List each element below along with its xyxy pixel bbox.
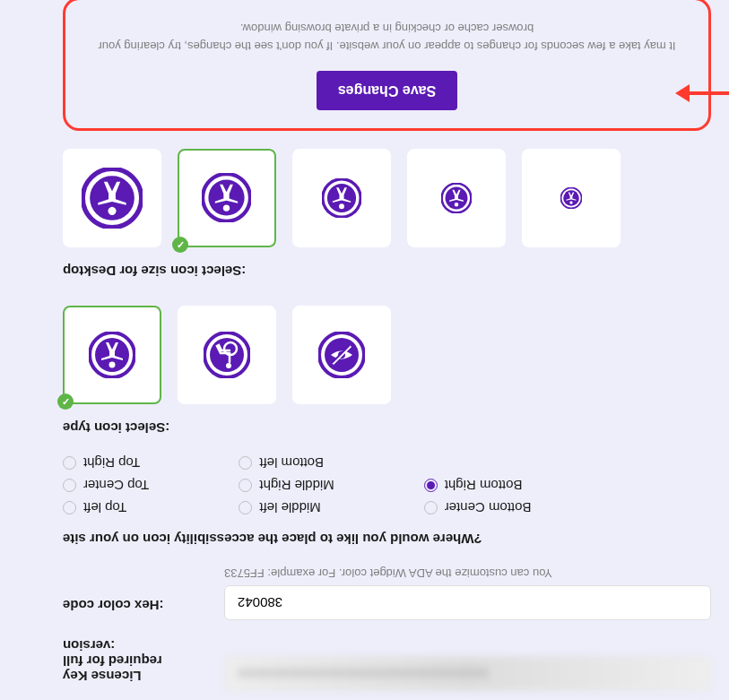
icon-type-label: Select icon type:	[63, 420, 711, 436]
radio-icon	[424, 479, 438, 492]
radio-middle-right[interactable]: Middle Right	[239, 478, 334, 493]
size-xs[interactable]	[522, 149, 621, 247]
svg-point-23	[455, 203, 459, 207]
save-changes-button[interactable]: Save Changes	[317, 71, 457, 110]
license-key-input[interactable]	[224, 656, 711, 691]
icon-type-accessibility[interactable]	[63, 306, 161, 404]
size-l[interactable]	[178, 149, 276, 247]
save-note-text: It may take a few seconds for changes to…	[82, 20, 692, 55]
radio-icon	[239, 456, 252, 470]
placement-label: Where would you like to place the access…	[63, 531, 711, 547]
icon-size-label: Select icon size for Desktop:	[63, 264, 711, 279]
hex-color-input[interactable]	[224, 585, 711, 620]
radio-icon	[63, 501, 76, 514]
eye-slash-icon	[318, 332, 365, 378]
save-section: Save Changes It may take a few seconds f…	[63, 0, 711, 131]
radio-bottom-center[interactable]: Bottom Center	[424, 500, 532, 515]
size-xl[interactable]	[63, 149, 161, 247]
radio-bottom-left[interactable]: Bottom left	[239, 455, 334, 471]
license-key-label: License Key required for full version:	[63, 638, 197, 691]
svg-point-26	[569, 201, 572, 203]
accessibility-person-icon	[89, 332, 135, 378]
annotation-arrow	[675, 84, 729, 102]
svg-point-20	[339, 203, 344, 209]
icon-type-eye[interactable]	[292, 306, 391, 404]
radio-top-right[interactable]: Top Right	[63, 455, 149, 471]
radio-icon	[63, 479, 76, 492]
radio-middle-left[interactable]: Middle left	[239, 500, 334, 515]
accessibility-person-icon	[441, 183, 472, 213]
accessibility-person-icon	[560, 187, 582, 209]
radio-icon	[239, 479, 252, 492]
wheelchair-icon	[204, 332, 250, 378]
icon-type-wheelchair[interactable]	[178, 306, 276, 404]
accessibility-person-icon	[322, 178, 361, 218]
svg-point-17	[223, 205, 230, 212]
svg-point-2	[109, 362, 116, 368]
svg-point-5	[226, 363, 231, 368]
hex-color-help: You can customize the ADA Widget color. …	[224, 566, 711, 580]
radio-top-center[interactable]: Top Center	[63, 478, 149, 493]
accessibility-person-icon	[82, 168, 143, 229]
radio-bottom-right[interactable]: Bottom Right	[424, 478, 532, 493]
size-s[interactable]	[407, 149, 506, 247]
radio-icon	[239, 501, 252, 514]
accessibility-person-icon	[203, 174, 252, 223]
size-m[interactable]	[292, 149, 391, 247]
hex-color-label: Hex color code:	[63, 598, 197, 620]
radio-icon	[63, 456, 76, 470]
placement-radio-group: Top left Top Center Top Right Middle lef…	[63, 455, 711, 515]
icon-size-grid	[63, 149, 711, 247]
svg-point-14	[108, 207, 116, 215]
icon-type-grid	[63, 306, 711, 404]
radio-icon	[424, 501, 438, 514]
radio-top-left[interactable]: Top left	[63, 500, 149, 515]
